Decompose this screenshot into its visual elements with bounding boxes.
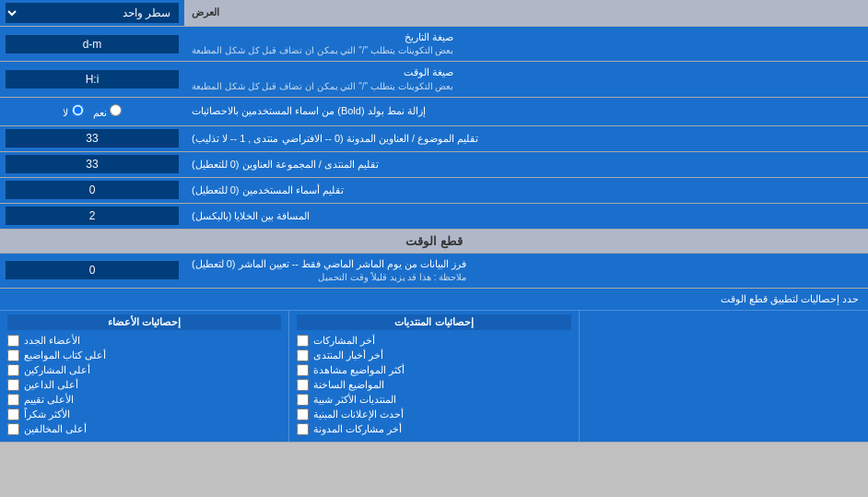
cell-spacing-label: المسافة بين الخلايا (بالبكسل) bbox=[184, 204, 868, 229]
date-format-label: صيغة التاريخ بعض التكوينات يتطلب "/" الت… bbox=[184, 27, 868, 61]
time-format-row: صيغة الوقت بعض التكوينات يتطلب "/" التي … bbox=[0, 62, 868, 97]
cutoff-title: قطع الوقت bbox=[405, 234, 463, 248]
title-text: العرض bbox=[192, 6, 219, 19]
topic-title-input[interactable] bbox=[6, 129, 179, 148]
checkbox-a3la-kottab[interactable] bbox=[7, 349, 19, 361]
forum-title-input-container[interactable] bbox=[0, 152, 184, 177]
checkbox-mudawwana[interactable] bbox=[297, 423, 309, 435]
statistics-columns: إحصائيات المنتديات أخر المشاركات أخر أخب… bbox=[0, 311, 868, 442]
username-trim-input-container[interactable] bbox=[0, 178, 184, 203]
topic-title-input-container[interactable] bbox=[0, 126, 184, 151]
rows-select[interactable]: سطر واحد سطران ثلاثة أسطر bbox=[6, 3, 179, 23]
checkbox-item: أعلى المخالفين bbox=[7, 423, 281, 435]
cell-spacing-main-label: المسافة بين الخلايا (بالبكسل) bbox=[192, 209, 311, 223]
statistics-header-text: حدد إحصاليات لتطبيق قطع الوقت bbox=[721, 293, 859, 304]
cutoff-days-input[interactable] bbox=[6, 261, 179, 279]
radio-no-label: لا bbox=[63, 104, 83, 119]
cutoff-days-main-label: فرز البيانات من يوم الماشر الماضي فقط --… bbox=[192, 257, 466, 271]
forum-title-row: تقليم المنتدى / المجموعة العناوين (0 للت… bbox=[0, 152, 868, 178]
checkbox-item: الأعضاء الجدد bbox=[7, 335, 281, 347]
username-trim-main-label: تقليم أسماء المستخدمين (0 للتعطيل) bbox=[192, 183, 344, 197]
cutoff-days-row: فرز البيانات من يوم الماشر الماضي فقط --… bbox=[0, 254, 868, 289]
time-format-label: صيغة الوقت بعض التكوينات يتطلب "/" التي … bbox=[184, 62, 868, 96]
radio-no[interactable] bbox=[72, 104, 84, 116]
date-format-input[interactable] bbox=[6, 35, 179, 53]
checkbox-item: أخر أخبار المنتدى bbox=[297, 349, 570, 361]
forum-title-label: تقليم المنتدى / المجموعة العناوين (0 للت… bbox=[184, 152, 868, 177]
bold-remove-label: إزالة نمط بولد (Bold) من اسماء المستخدمي… bbox=[184, 98, 868, 125]
checkbox-item: أكثر المواضيع مشاهدة bbox=[297, 364, 570, 376]
checkbox-a3la-mukhaalifeen[interactable] bbox=[7, 423, 19, 435]
checkbox-a3la-taqeem[interactable] bbox=[7, 394, 19, 406]
checkbox-a3la-musharkeen[interactable] bbox=[7, 364, 19, 376]
checkbox-item: أعلى الداعين bbox=[7, 379, 281, 391]
checkbox-a3daa-jodod[interactable] bbox=[7, 335, 19, 347]
cutoff-days-note: ملاحظة : هذا قد يزيد قليلاً وقت التحميل bbox=[192, 271, 466, 284]
dropdown-container[interactable]: سطر واحد سطران ثلاثة أسطر bbox=[0, 0, 184, 26]
time-format-sublabel: بعض التكوينات يتطلب "/" التي يمكن ان تضا… bbox=[192, 80, 453, 93]
checkbox-akhbar-muntada[interactable] bbox=[297, 349, 309, 361]
forums-col-header: إحصائيات المنتديات bbox=[297, 314, 570, 330]
checkbox-a3la-daa3een[interactable] bbox=[7, 379, 19, 391]
checkbox-item: أخر مشاركات المدونة bbox=[297, 423, 570, 435]
cell-spacing-input-container[interactable] bbox=[0, 204, 184, 229]
checkbox-item: الأعلى تقييم bbox=[7, 394, 281, 406]
statistics-section: حدد إحصاليات لتطبيق قطع الوقت إحصائيات ا… bbox=[0, 289, 868, 443]
topic-title-row: تقليم الموضوع / العناوين المدونة (0 -- ا… bbox=[0, 126, 868, 152]
forum-title-main-label: تقليم المنتدى / المجموعة العناوين (0 للت… bbox=[192, 158, 379, 172]
cell-spacing-row: المسافة بين الخلايا (بالبكسل) bbox=[0, 204, 868, 230]
checkbox-item: أعلى المشاركين bbox=[7, 364, 281, 376]
checkbox-item: المواضيع الساخنة bbox=[297, 379, 570, 391]
date-format-main-label: صيغة التاريخ bbox=[192, 30, 453, 44]
date-format-input-container[interactable] bbox=[0, 27, 184, 61]
bold-remove-radio-container[interactable]: نعم لا bbox=[0, 98, 184, 125]
checkbox-akhir-musharkaat[interactable] bbox=[297, 335, 309, 347]
cutoff-days-input-container[interactable] bbox=[0, 254, 184, 288]
bold-remove-row: إزالة نمط بولد (Bold) من اسماء المستخدمي… bbox=[0, 98, 868, 126]
cutoff-section-header: قطع الوقت bbox=[0, 230, 868, 254]
stats-col-empty bbox=[579, 311, 868, 442]
checkbox-item: أخر المشاركات bbox=[297, 335, 570, 347]
page-title: العرض bbox=[184, 0, 868, 26]
time-format-main-label: صيغة الوقت bbox=[192, 65, 453, 79]
topic-title-main-label: تقليم الموضوع / العناوين المدونة (0 -- ا… bbox=[192, 132, 478, 146]
forum-title-input[interactable] bbox=[6, 155, 179, 173]
topic-title-label: تقليم الموضوع / العناوين المدونة (0 -- ا… bbox=[184, 126, 868, 151]
checkbox-i3laanaat[interactable] bbox=[297, 408, 309, 420]
checkbox-item: أحدث الإعلانات المبنية bbox=[297, 408, 570, 420]
radio-yes-label: نعم bbox=[93, 104, 122, 119]
members-col-header: إحصائيات الأعضاء bbox=[7, 314, 281, 330]
header-row: العرض سطر واحد سطران ثلاثة أسطر bbox=[0, 0, 868, 27]
time-format-input-container[interactable] bbox=[0, 62, 184, 96]
statistics-header: حدد إحصاليات لتطبيق قطع الوقت bbox=[0, 289, 868, 311]
checkbox-item: المنتديات الأكثر شبية bbox=[297, 394, 570, 406]
username-trim-input[interactable] bbox=[6, 181, 179, 199]
checkbox-item: الأكثر شكراً bbox=[7, 408, 281, 420]
checkbox-akthar-shukran[interactable] bbox=[7, 408, 19, 420]
radio-yes[interactable] bbox=[110, 104, 122, 116]
stats-col-forums: إحصائيات المنتديات أخر المشاركات أخر أخب… bbox=[288, 311, 578, 442]
username-trim-row: تقليم أسماء المستخدمين (0 للتعطيل) bbox=[0, 178, 868, 204]
cell-spacing-input[interactable] bbox=[6, 207, 179, 225]
checkbox-mawadee3-sakhina[interactable] bbox=[297, 379, 309, 391]
time-format-input[interactable] bbox=[6, 70, 179, 89]
checkbox-akthar-mawadee3[interactable] bbox=[297, 364, 309, 376]
bold-remove-main-label: إزالة نمط بولد (Bold) من اسماء المستخدمي… bbox=[192, 104, 426, 118]
username-trim-label: تقليم أسماء المستخدمين (0 للتعطيل) bbox=[184, 178, 868, 203]
date-format-row: صيغة التاريخ بعض التكوينات يتطلب "/" الت… bbox=[0, 27, 868, 62]
checkbox-item: أعلى كتاب المواضيع bbox=[7, 349, 281, 361]
cutoff-days-label: فرز البيانات من يوم الماشر الماضي فقط --… bbox=[184, 254, 868, 288]
date-format-sublabel: بعض التكوينات يتطلب "/" التي يمكن ان تضا… bbox=[192, 44, 453, 57]
stats-col-members: إحصائيات الأعضاء الأعضاء الجدد أعلى كتاب… bbox=[0, 311, 288, 442]
checkbox-muntadayaat-akthar[interactable] bbox=[297, 394, 309, 406]
